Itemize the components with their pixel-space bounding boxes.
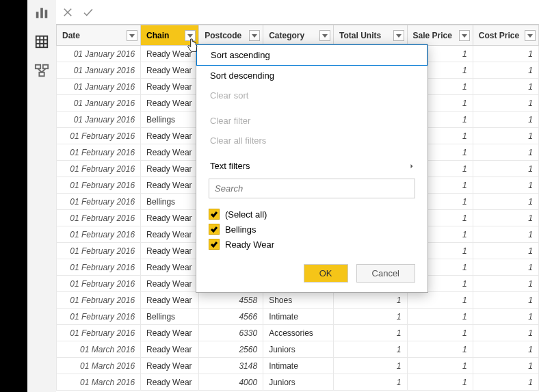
cell-cost: 1 bbox=[473, 95, 538, 112]
cell-cost: 1 bbox=[473, 46, 538, 62]
cell-chain: Bellings bbox=[141, 194, 199, 210]
column-header-cost-price[interactable]: Cost Price bbox=[473, 25, 538, 46]
cell-units: 1 bbox=[334, 341, 407, 358]
table-row: 01 March 2016Ready Wear2560Juniors111 bbox=[57, 341, 539, 358]
column-header-chain[interactable]: Chain bbox=[141, 25, 199, 46]
cell-postcode: 2560 bbox=[199, 341, 263, 358]
cell-chain: Ready Wear bbox=[141, 128, 199, 144]
cell-category: Intimate bbox=[263, 309, 334, 325]
table-row: 01 February 2016Ready Wear4558Shoes111 bbox=[57, 292, 539, 309]
cell-cost: 1 bbox=[473, 276, 538, 292]
text-filters-item[interactable]: Text filters bbox=[196, 156, 428, 176]
column-label: Category bbox=[269, 31, 304, 40]
column-dropdown-button[interactable] bbox=[393, 30, 404, 41]
svg-rect-3 bbox=[36, 36, 48, 48]
cell-date: 01 January 2016 bbox=[57, 79, 141, 95]
column-header-sale-price[interactable]: Sale Price bbox=[407, 25, 473, 46]
cancel-icon[interactable] bbox=[62, 6, 74, 18]
svg-rect-8 bbox=[36, 65, 40, 69]
report-view-icon[interactable] bbox=[34, 5, 49, 21]
cell-category: Juniors bbox=[263, 374, 334, 391]
cell-cost: 1 bbox=[473, 341, 538, 358]
column-label: Total Units bbox=[339, 31, 381, 40]
column-dropdown-button[interactable] bbox=[319, 30, 330, 41]
svg-marker-22 bbox=[411, 164, 413, 168]
column-header-postcode[interactable]: Postcode bbox=[199, 25, 263, 46]
cell-chain: Ready Wear bbox=[141, 210, 199, 226]
cell-cost: 1 bbox=[473, 128, 538, 144]
column-header-category[interactable]: Category bbox=[263, 25, 334, 46]
filter-check-item[interactable]: (Select all) bbox=[209, 207, 415, 222]
cell-postcode: 4558 bbox=[199, 292, 263, 309]
cell-units: 1 bbox=[334, 292, 407, 309]
svg-marker-18 bbox=[322, 34, 328, 38]
model-view-icon[interactable] bbox=[34, 63, 49, 78]
column-dropdown-button[interactable] bbox=[185, 30, 196, 41]
column-dropdown-button[interactable] bbox=[459, 30, 470, 41]
cell-date: 01 February 2016 bbox=[57, 210, 141, 226]
filter-cancel-button[interactable]: Cancel bbox=[356, 264, 415, 283]
svg-marker-17 bbox=[252, 34, 257, 38]
clear-filter-item: Clear filter bbox=[196, 111, 428, 131]
cell-price: 1 bbox=[407, 374, 473, 391]
checkbox-icon bbox=[209, 224, 220, 235]
column-filter-menu: Sort ascending Sort descending Clear sor… bbox=[196, 44, 428, 293]
column-label: Cost Price bbox=[479, 31, 519, 40]
column-label: Chain bbox=[146, 31, 169, 40]
checkbox-icon bbox=[209, 209, 220, 220]
filter-check-label: Ready Wear bbox=[225, 239, 274, 250]
cell-cost: 1 bbox=[473, 374, 538, 391]
cell-date: 01 February 2016 bbox=[57, 177, 141, 194]
table-row: 01 February 2016Ready Wear6330Accessorie… bbox=[57, 325, 539, 341]
table-row: 01 February 2016Bellings4566Intimate111 bbox=[57, 309, 539, 325]
svg-rect-10 bbox=[39, 73, 44, 77]
commit-icon[interactable] bbox=[82, 6, 94, 18]
svg-marker-16 bbox=[187, 34, 193, 38]
submenu-arrow-icon bbox=[410, 164, 414, 168]
sort-ascending-item[interactable]: Sort ascending bbox=[196, 44, 428, 66]
filter-search-input[interactable] bbox=[209, 179, 415, 198]
filter-check-item[interactable]: Bellings bbox=[209, 222, 415, 237]
cell-category: Intimate bbox=[263, 358, 334, 374]
formula-toolbar bbox=[56, 0, 539, 25]
cell-price: 1 bbox=[407, 358, 473, 374]
column-dropdown-button[interactable] bbox=[127, 30, 137, 41]
svg-marker-19 bbox=[396, 34, 402, 38]
cell-postcode: 4000 bbox=[199, 374, 263, 391]
cell-cost: 1 bbox=[473, 259, 538, 276]
cell-date: 01 February 2016 bbox=[57, 309, 141, 325]
cell-cost: 1 bbox=[473, 177, 538, 194]
svg-rect-9 bbox=[43, 65, 48, 69]
cell-chain: Ready Wear bbox=[141, 62, 199, 79]
cell-chain: Ready Wear bbox=[141, 226, 199, 243]
cell-units: 1 bbox=[334, 374, 407, 391]
filter-check-label: Bellings bbox=[225, 224, 257, 235]
cell-cost: 1 bbox=[473, 309, 538, 325]
cell-chain: Ready Wear bbox=[141, 341, 199, 358]
svg-rect-0 bbox=[36, 12, 39, 18]
sort-descending-item[interactable]: Sort descending bbox=[196, 66, 428, 86]
column-header-date[interactable]: Date bbox=[57, 25, 141, 46]
cell-units: 1 bbox=[334, 325, 407, 341]
column-dropdown-button[interactable] bbox=[525, 30, 536, 41]
cell-cost: 1 bbox=[473, 144, 538, 161]
cell-date: 01 January 2016 bbox=[57, 46, 141, 62]
cell-chain: Ready Wear bbox=[141, 358, 199, 374]
clear-all-filters-item: Clear all filters bbox=[196, 131, 428, 151]
cell-date: 01 February 2016 bbox=[57, 292, 141, 309]
cell-date: 01 March 2016 bbox=[57, 374, 141, 391]
filter-check-item[interactable]: Ready Wear bbox=[209, 237, 415, 252]
column-header-total-units[interactable]: Total Units bbox=[334, 25, 407, 46]
cell-date: 01 February 2016 bbox=[57, 194, 141, 210]
cell-date: 01 January 2016 bbox=[57, 95, 141, 112]
column-dropdown-button[interactable] bbox=[249, 30, 260, 41]
cell-chain: Ready Wear bbox=[141, 46, 199, 62]
data-view-icon[interactable] bbox=[34, 34, 49, 49]
cell-price: 1 bbox=[407, 309, 473, 325]
cell-chain: Ready Wear bbox=[141, 161, 199, 177]
app-black-rail bbox=[0, 0, 27, 392]
cell-units: 1 bbox=[334, 309, 407, 325]
cell-date: 01 February 2016 bbox=[57, 128, 141, 144]
filter-ok-button[interactable]: OK bbox=[304, 264, 348, 283]
cell-cost: 1 bbox=[473, 62, 538, 79]
